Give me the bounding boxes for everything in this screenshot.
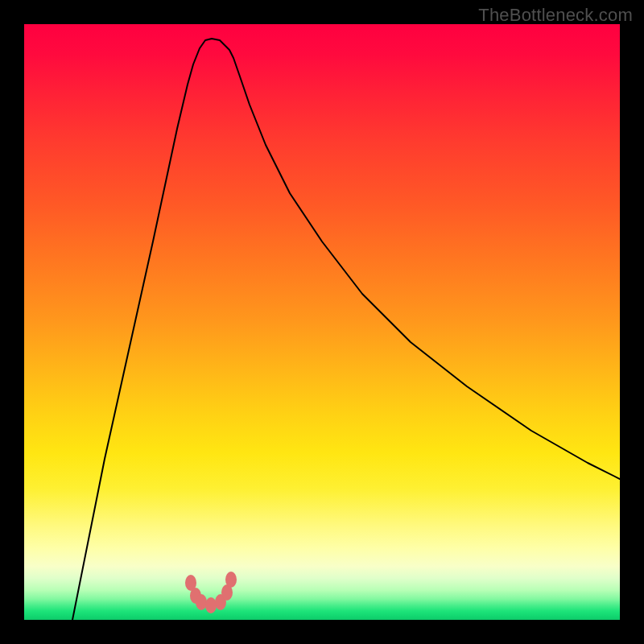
bottleneck-curve [72, 39, 620, 620]
curve-svg [24, 24, 620, 620]
chart-frame: TheBottleneck.com [0, 0, 644, 644]
marker-point [225, 572, 237, 588]
plot-area [24, 24, 620, 620]
watermark-text: TheBottleneck.com [478, 5, 633, 26]
marker-cluster [185, 572, 237, 613]
marker-point [196, 594, 207, 610]
marker-point [205, 597, 217, 613]
